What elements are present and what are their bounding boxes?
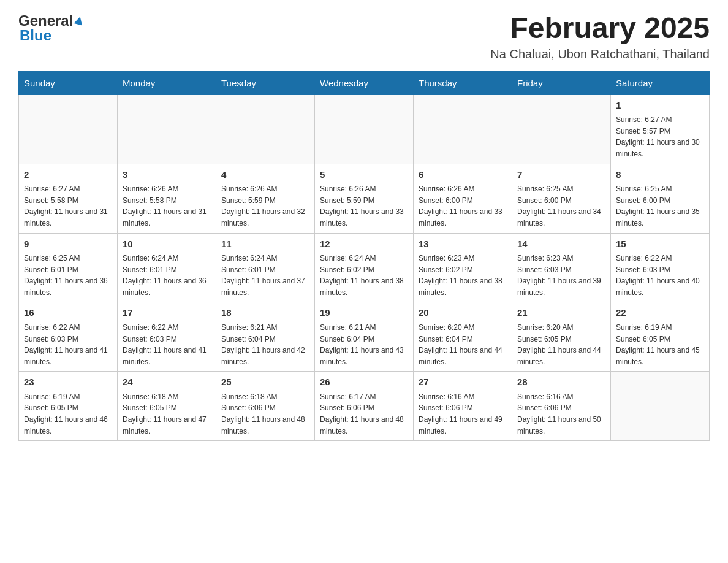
calendar-cell: 24Sunrise: 6:18 AMSunset: 6:05 PMDayligh… xyxy=(118,372,216,441)
day-number: 26 xyxy=(320,375,408,389)
title-area: February 2025 Na Chaluai, Ubon Ratchatha… xyxy=(490,12,710,61)
calendar-cell: 13Sunrise: 6:23 AMSunset: 6:02 PMDayligh… xyxy=(414,233,512,302)
calendar-cell xyxy=(414,94,512,164)
calendar-table: SundayMondayTuesdayWednesdayThursdayFrid… xyxy=(18,71,710,441)
day-number: 21 xyxy=(517,306,605,320)
day-number: 23 xyxy=(24,375,112,389)
calendar-cell: 22Sunrise: 6:19 AMSunset: 6:05 PMDayligh… xyxy=(611,302,710,372)
day-info: Sunrise: 6:17 AMSunset: 6:06 PMDaylight:… xyxy=(320,391,408,437)
calendar-cell xyxy=(512,94,611,164)
logo-triangle-icon xyxy=(74,15,85,25)
day-number: 12 xyxy=(320,237,408,251)
logo-blue-text: Blue xyxy=(20,27,51,44)
day-info: Sunrise: 6:18 AMSunset: 6:05 PMDaylight:… xyxy=(123,391,211,437)
day-number: 16 xyxy=(24,306,112,320)
calendar-cell: 4Sunrise: 6:26 AMSunset: 5:59 PMDaylight… xyxy=(216,164,315,233)
calendar-cell: 14Sunrise: 6:23 AMSunset: 6:03 PMDayligh… xyxy=(512,233,611,302)
day-info: Sunrise: 6:27 AMSunset: 5:57 PMDaylight:… xyxy=(616,114,704,159)
calendar-cell xyxy=(118,94,216,164)
day-number: 1 xyxy=(616,99,704,113)
logo: General Blue xyxy=(18,12,83,44)
column-header-monday: Monday xyxy=(118,71,216,94)
column-header-tuesday: Tuesday xyxy=(216,71,315,94)
day-info: Sunrise: 6:26 AMSunset: 5:59 PMDaylight:… xyxy=(221,183,309,229)
day-info: Sunrise: 6:18 AMSunset: 6:06 PMDaylight:… xyxy=(221,391,309,437)
day-number: 27 xyxy=(419,375,507,389)
day-number: 28 xyxy=(517,375,605,389)
day-info: Sunrise: 6:16 AMSunset: 6:06 PMDaylight:… xyxy=(419,391,507,437)
calendar-cell xyxy=(611,372,710,441)
calendar-cell: 5Sunrise: 6:26 AMSunset: 5:59 PMDaylight… xyxy=(315,164,414,233)
day-number: 22 xyxy=(616,306,704,320)
calendar-cell: 10Sunrise: 6:24 AMSunset: 6:01 PMDayligh… xyxy=(118,233,216,302)
calendar-header-row: SundayMondayTuesdayWednesdayThursdayFrid… xyxy=(19,71,710,94)
day-info: Sunrise: 6:27 AMSunset: 5:58 PMDaylight:… xyxy=(24,183,112,229)
calendar-cell: 2Sunrise: 6:27 AMSunset: 5:58 PMDaylight… xyxy=(19,164,118,233)
calendar-cell: 17Sunrise: 6:22 AMSunset: 6:03 PMDayligh… xyxy=(118,302,216,372)
day-info: Sunrise: 6:23 AMSunset: 6:02 PMDaylight:… xyxy=(419,253,507,298)
day-number: 18 xyxy=(221,306,309,320)
calendar-cell: 6Sunrise: 6:26 AMSunset: 6:00 PMDaylight… xyxy=(414,164,512,233)
day-info: Sunrise: 6:25 AMSunset: 6:01 PMDaylight:… xyxy=(24,253,112,298)
day-number: 8 xyxy=(616,168,704,182)
calendar-cell: 18Sunrise: 6:21 AMSunset: 6:04 PMDayligh… xyxy=(216,302,315,372)
calendar-cell xyxy=(19,94,118,164)
day-number: 5 xyxy=(320,168,408,182)
calendar-cell: 12Sunrise: 6:24 AMSunset: 6:02 PMDayligh… xyxy=(315,233,414,302)
day-info: Sunrise: 6:22 AMSunset: 6:03 PMDaylight:… xyxy=(123,322,211,367)
day-info: Sunrise: 6:23 AMSunset: 6:03 PMDaylight:… xyxy=(517,253,605,298)
calendar-cell: 1Sunrise: 6:27 AMSunset: 5:57 PMDaylight… xyxy=(611,94,710,164)
day-info: Sunrise: 6:25 AMSunset: 6:00 PMDaylight:… xyxy=(517,183,605,229)
day-number: 15 xyxy=(616,237,704,251)
day-number: 20 xyxy=(419,306,507,320)
calendar-cell: 28Sunrise: 6:16 AMSunset: 6:06 PMDayligh… xyxy=(512,372,611,441)
day-info: Sunrise: 6:16 AMSunset: 6:06 PMDaylight:… xyxy=(517,391,605,437)
calendar-cell: 26Sunrise: 6:17 AMSunset: 6:06 PMDayligh… xyxy=(315,372,414,441)
day-number: 9 xyxy=(24,237,112,251)
column-header-wednesday: Wednesday xyxy=(315,71,414,94)
calendar-cell: 9Sunrise: 6:25 AMSunset: 6:01 PMDaylight… xyxy=(19,233,118,302)
day-number: 19 xyxy=(320,306,408,320)
day-info: Sunrise: 6:22 AMSunset: 6:03 PMDaylight:… xyxy=(616,253,704,298)
calendar-week-row: 16Sunrise: 6:22 AMSunset: 6:03 PMDayligh… xyxy=(19,302,710,372)
calendar-cell xyxy=(216,94,315,164)
day-number: 4 xyxy=(221,168,309,182)
day-info: Sunrise: 6:21 AMSunset: 6:04 PMDaylight:… xyxy=(221,322,309,367)
day-number: 14 xyxy=(517,237,605,251)
calendar-week-row: 9Sunrise: 6:25 AMSunset: 6:01 PMDaylight… xyxy=(19,233,710,302)
day-number: 25 xyxy=(221,375,309,389)
calendar-cell: 27Sunrise: 6:16 AMSunset: 6:06 PMDayligh… xyxy=(414,372,512,441)
column-header-sunday: Sunday xyxy=(19,71,118,94)
day-number: 17 xyxy=(123,306,211,320)
day-info: Sunrise: 6:20 AMSunset: 6:05 PMDaylight:… xyxy=(517,322,605,367)
calendar-cell: 15Sunrise: 6:22 AMSunset: 6:03 PMDayligh… xyxy=(611,233,710,302)
day-number: 3 xyxy=(123,168,211,182)
location-title: Na Chaluai, Ubon Ratchathani, Thailand xyxy=(490,47,710,61)
calendar-week-row: 1Sunrise: 6:27 AMSunset: 5:57 PMDaylight… xyxy=(19,94,710,164)
day-number: 6 xyxy=(419,168,507,182)
day-info: Sunrise: 6:22 AMSunset: 6:03 PMDaylight:… xyxy=(24,322,112,367)
calendar-cell: 19Sunrise: 6:21 AMSunset: 6:04 PMDayligh… xyxy=(315,302,414,372)
calendar-cell xyxy=(315,94,414,164)
day-info: Sunrise: 6:20 AMSunset: 6:04 PMDaylight:… xyxy=(419,322,507,367)
calendar-week-row: 2Sunrise: 6:27 AMSunset: 5:58 PMDaylight… xyxy=(19,164,710,233)
month-title: February 2025 xyxy=(490,12,710,45)
day-number: 2 xyxy=(24,168,112,182)
calendar-cell: 25Sunrise: 6:18 AMSunset: 6:06 PMDayligh… xyxy=(216,372,315,441)
day-info: Sunrise: 6:26 AMSunset: 6:00 PMDaylight:… xyxy=(419,183,507,229)
day-info: Sunrise: 6:24 AMSunset: 6:01 PMDaylight:… xyxy=(123,253,211,298)
calendar-cell: 20Sunrise: 6:20 AMSunset: 6:04 PMDayligh… xyxy=(414,302,512,372)
page-header: General Blue February 2025 Na Chaluai, U… xyxy=(18,12,710,61)
calendar-cell: 16Sunrise: 6:22 AMSunset: 6:03 PMDayligh… xyxy=(19,302,118,372)
column-header-thursday: Thursday xyxy=(414,71,512,94)
day-info: Sunrise: 6:26 AMSunset: 5:59 PMDaylight:… xyxy=(320,183,408,229)
day-info: Sunrise: 6:19 AMSunset: 6:05 PMDaylight:… xyxy=(616,322,704,367)
day-number: 24 xyxy=(123,375,211,389)
day-info: Sunrise: 6:25 AMSunset: 6:00 PMDaylight:… xyxy=(616,183,704,229)
day-info: Sunrise: 6:24 AMSunset: 6:02 PMDaylight:… xyxy=(320,253,408,298)
calendar-cell: 3Sunrise: 6:26 AMSunset: 5:58 PMDaylight… xyxy=(118,164,216,233)
column-header-saturday: Saturday xyxy=(611,71,710,94)
calendar-cell: 23Sunrise: 6:19 AMSunset: 6:05 PMDayligh… xyxy=(19,372,118,441)
day-info: Sunrise: 6:26 AMSunset: 5:58 PMDaylight:… xyxy=(123,183,211,229)
day-number: 7 xyxy=(517,168,605,182)
